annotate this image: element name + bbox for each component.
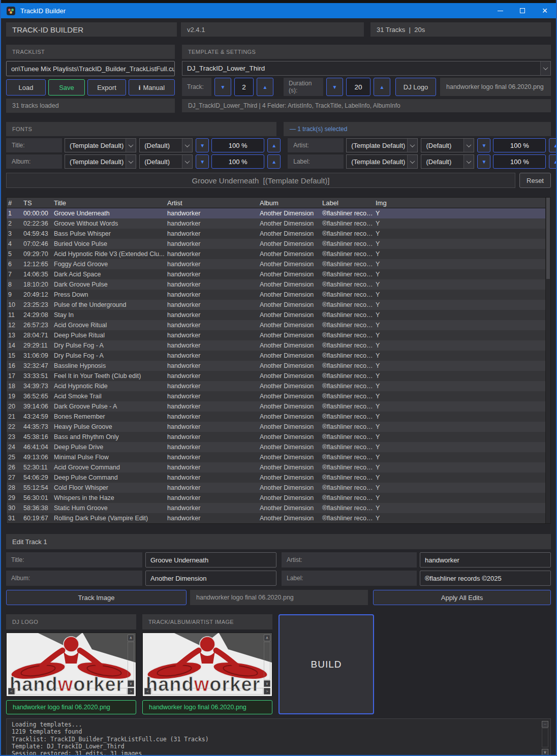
table-row[interactable]: 2549:13:06Minimal Pulse FlowhandworkerAn… — [7, 452, 545, 462]
font-album-size-value[interactable]: 100 % — [211, 154, 264, 169]
scroll-left-icon[interactable]: < — [8, 688, 15, 695]
table-row[interactable]: 818:10:20Dark Groove PulsehandworkerAnot… — [7, 279, 545, 290]
track-image-button[interactable]: Track Image — [6, 590, 187, 605]
scrollbar-thumb[interactable] — [546, 198, 550, 279]
table-row[interactable]: 612:12:65Foggy Acid GroovehandworkerAnot… — [7, 259, 545, 269]
table-row[interactable]: 3160:19:67Rolling Dark Pulse (Vampire Ed… — [7, 513, 545, 523]
table-row[interactable]: 1328:04:71Deep Pulse RitualhandworkerAno… — [7, 330, 545, 340]
scroll-right-icon[interactable]: > — [264, 688, 270, 695]
font-label-style-select[interactable]: (Default) — [421, 154, 474, 169]
reset-button[interactable]: Reset — [519, 173, 551, 188]
titlebar[interactable]: TrackID Builder × — [1, 3, 556, 18]
table-row[interactable]: 202:22:36Groove Without WordshandworkerA… — [7, 218, 545, 229]
column-header-album[interactable]: Album — [258, 198, 321, 208]
scroll-down-icon[interactable]: ∨ — [128, 680, 134, 687]
edit-artist-field[interactable]: handworker — [420, 552, 551, 568]
font-title-size-value[interactable]: 100 % — [211, 138, 264, 152]
column-header-label[interactable]: Label — [321, 198, 374, 208]
edit-album-field[interactable]: Another Dimension — [145, 571, 276, 586]
table-row[interactable]: 1429:29:11Dry Pulse Fog - AhandworkerAno… — [7, 340, 545, 351]
minimize-button[interactable] — [489, 3, 511, 18]
vertical-scrollbar[interactable] — [128, 642, 134, 680]
font-label-size-value[interactable]: 100 % — [493, 154, 546, 169]
template-select[interactable]: DJ_TrackID_Lower_Third — [182, 61, 551, 76]
font-artist-family-select[interactable]: (Template Default) — [346, 138, 418, 152]
table-row[interactable]: 1834:39:73Acid Hypnotic RidehandworkerAn… — [7, 381, 545, 391]
table-row[interactable]: 407:02:46Buried Voice PulsehandworkerAno… — [7, 239, 545, 249]
table-scrollbar[interactable] — [545, 198, 550, 523]
column-header-num[interactable]: # — [7, 198, 22, 208]
log-scrollbar-thumb[interactable]: ·· — [542, 721, 548, 728]
scroll-left-icon[interactable]: < — [144, 688, 151, 695]
table-row[interactable]: 714:06:35Dark Acid SpacehandworkerAnothe… — [7, 269, 545, 279]
track-up-button[interactable]: ▲ — [257, 78, 273, 96]
table-row[interactable]: 1124:29:08Stay InhandworkerAnother Dimen… — [7, 310, 545, 320]
scroll-right-icon[interactable]: > — [128, 688, 134, 695]
build-button[interactable]: BUILD — [278, 614, 374, 714]
column-header-title[interactable]: Title — [52, 198, 166, 208]
table-row[interactable]: 2956:30:01Whispers in the Hazehandworker… — [7, 493, 545, 503]
table-row[interactable]: 2143:24:59Bones RememberhandworkerAnothe… — [7, 412, 545, 422]
font-title-size-up-button[interactable]: ▲ — [267, 138, 281, 152]
maximize-button[interactable] — [511, 3, 534, 18]
vertical-scrollbar[interactable] — [264, 642, 270, 680]
track-down-button[interactable]: ▼ — [214, 78, 231, 96]
edit-label-field[interactable]: ®flashliner records ©2025 — [420, 571, 551, 586]
column-header-img[interactable]: Img — [374, 198, 545, 208]
font-album-style-select[interactable]: (Default) — [139, 154, 193, 169]
dj-logo-canvas[interactable]: handworker ∧ ∨ < > — [6, 633, 136, 697]
column-header-ts[interactable]: TS — [22, 198, 52, 208]
table-row[interactable]: 1023:25:23Pulse of the Undergroundhandwo… — [7, 300, 545, 310]
apply-all-edits-button[interactable]: Apply All Edits — [373, 590, 551, 605]
font-title-size-down-button[interactable]: ▼ — [196, 138, 209, 152]
table-row[interactable]: 1936:52:65Acid Smoke TrailhandworkerAnot… — [7, 391, 545, 401]
log-scrollbar[interactable]: ·· ∨ — [540, 719, 550, 756]
column-header-artist[interactable]: Artist — [166, 198, 258, 208]
duration-up-button[interactable]: ▲ — [374, 78, 390, 96]
table-row[interactable]: 2039:14:06Dark Groove Pulse - Ahandworke… — [7, 401, 545, 412]
export-button[interactable]: Export — [87, 79, 126, 96]
font-label-size-down-button[interactable]: ▼ — [477, 154, 490, 169]
table-row[interactable]: 2754:06:29Deep Pulse CommandhandworkerAn… — [7, 472, 545, 483]
table-row[interactable]: 509:29:70Acid Hypnotic Ride V3 (Extended… — [7, 249, 545, 259]
manual-button[interactable]: iManual — [129, 79, 175, 96]
font-label-family-select[interactable]: (Template Default) — [346, 154, 418, 169]
close-button[interactable]: × — [534, 3, 556, 18]
font-artist-size-down-button[interactable]: ▼ — [477, 138, 490, 152]
horizontal-scrollbar[interactable] — [15, 688, 127, 695]
duration-value[interactable]: 20 — [346, 78, 370, 96]
table-row[interactable]: 3058:36:38Static Hum GroovehandworkerAno… — [7, 503, 545, 513]
tracklist-path-input[interactable]: on\Tunee Mix Playlists\TrackID_Builder_T… — [6, 61, 175, 76]
table-row[interactable]: 2244:35:73Heavy Pulse GroovehandworkerAn… — [7, 422, 545, 432]
table-row[interactable]: 1733:33:51Feel It in Your Teeth (Club ed… — [7, 371, 545, 381]
table-row[interactable]: 100:00:00Groove UnderneathhandworkerAnot… — [7, 208, 545, 218]
font-album-size-down-button[interactable]: ▼ — [196, 154, 209, 169]
scroll-up-icon[interactable]: ∧ — [128, 635, 134, 641]
scroll-up-icon[interactable]: ∧ — [264, 635, 270, 641]
font-title-style-select[interactable]: (Default) — [139, 138, 193, 152]
track-image-canvas[interactable]: handworker ∧ ∨ < > — [142, 633, 272, 697]
table-row[interactable]: 2652:30:11Acid Groove CommandhandworkerA… — [7, 462, 545, 472]
table-row[interactable]: 920:49:12Press DownhandworkerAnother Dim… — [7, 290, 545, 300]
track-value[interactable]: 2 — [234, 78, 254, 96]
duration-down-button[interactable]: ▼ — [326, 78, 343, 96]
font-artist-size-up-button[interactable]: ▲ — [549, 138, 557, 152]
scroll-down-icon[interactable]: ∨ — [264, 680, 270, 687]
save-button[interactable]: Save — [48, 79, 85, 96]
font-title-family-select[interactable]: (Template Default) — [65, 138, 136, 152]
load-button[interactable]: Load — [6, 79, 46, 96]
table-row[interactable]: 2345:38:16Bass and Rhythm Onlyhandworker… — [7, 432, 545, 442]
font-label-size-up-button[interactable]: ▲ — [549, 154, 557, 169]
font-album-size-up-button[interactable]: ▲ — [267, 154, 281, 169]
edit-title-field[interactable]: Groove Underneath — [145, 552, 276, 568]
horizontal-scrollbar[interactable] — [151, 688, 263, 695]
log-scrollbar-track[interactable] — [542, 728, 548, 747]
table-row[interactable]: 1632:32:47Bassline HypnosishandworkerAno… — [7, 361, 545, 371]
table-row[interactable]: 2855:12:54Cold Floor WhisperhandworkerAn… — [7, 483, 545, 493]
table-row[interactable]: 1531:06:09Dry Pulse Fog - AhandworkerAno… — [7, 351, 545, 361]
table-row[interactable]: 2446:41:04Deep Pulse DrivehandworkerAnot… — [7, 442, 545, 452]
font-artist-size-value[interactable]: 100 % — [493, 138, 546, 152]
scroll-down-icon[interactable]: ∨ — [542, 749, 548, 755]
dj-logo-button[interactable]: DJ Logo — [395, 78, 436, 96]
table-row[interactable]: 304:59:43Bass Pulse WhisperhandworkerAno… — [7, 229, 545, 239]
